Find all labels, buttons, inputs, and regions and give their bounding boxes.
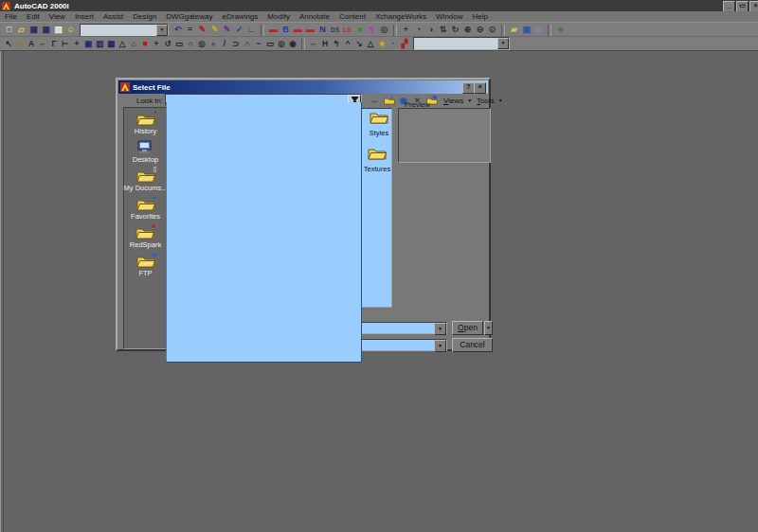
menu-content[interactable]: Content (334, 12, 370, 21)
pan-icon[interactable]: + (400, 24, 412, 36)
circle-tool-icon[interactable]: ◎ (378, 24, 390, 36)
place-ftp[interactable]: ◉FTP (135, 254, 156, 277)
red-badge-icon[interactable]: ▬ (304, 24, 316, 36)
new-icon[interactable]: □ (3, 24, 15, 36)
dim-style-combo[interactable]: ▼ (413, 37, 510, 50)
rotate-icon[interactable]: ↺ (162, 38, 173, 49)
polyline-icon[interactable]: Γ (48, 38, 60, 49)
rectangle-icon[interactable]: ▭ (173, 38, 185, 49)
spark-icon[interactable]: ★ (376, 38, 388, 49)
menu-edit[interactable]: Edit (22, 12, 45, 21)
zoom-in-icon[interactable]: ⊕ (461, 24, 474, 36)
ellipse-icon[interactable]: ◎ (276, 38, 287, 49)
menu-edrawings[interactable]: eDrawings (218, 12, 263, 21)
standard-combo[interactable]: ▼ (80, 24, 169, 37)
place-history[interactable]: ◔History (135, 112, 156, 135)
menu-xchangeworks[interactable]: XchangeWorks (370, 12, 431, 21)
view-icon[interactable]: ⌂ (128, 38, 139, 49)
place-redspark[interactable]: ★RedSpark (130, 225, 161, 249)
print-icon[interactable]: ▤ (52, 24, 64, 36)
menu-modify[interactable]: Modify (262, 12, 295, 21)
green-square-icon[interactable]: ■ (353, 24, 366, 36)
menu-design[interactable]: Design (128, 12, 161, 21)
marker-icon[interactable]: ✎ (221, 24, 233, 36)
menu-annotate[interactable]: Annotate (295, 12, 334, 21)
b-tool-icon[interactable]: B (280, 24, 292, 36)
menu-dwggateway[interactable]: DWGgateway (161, 12, 217, 21)
curve-icon[interactable]: ∩ (242, 38, 253, 49)
zoom-window-icon[interactable]: ⊙ (486, 24, 498, 36)
caret-icon[interactable]: ^ (342, 38, 353, 49)
diamond-icon[interactable]: ◇ (14, 38, 26, 49)
check-icon[interactable]: ✓ (233, 24, 245, 36)
menu-insert[interactable]: Insert (70, 12, 99, 21)
publish-icon[interactable]: ▱ (532, 24, 545, 36)
chamfer-icon[interactable]: ⌐ (308, 38, 319, 49)
menu-window[interactable]: Window (431, 12, 467, 21)
donut-icon[interactable]: ◎ (196, 38, 208, 49)
menu-help[interactable]: Help (468, 12, 493, 21)
smiley-icon[interactable]: ☺ (64, 24, 77, 36)
menu-file[interactable]: File (0, 12, 22, 21)
point-icon[interactable]: + (71, 38, 82, 49)
back-icon[interactable]: ← (368, 95, 382, 107)
circle-icon[interactable]: ○ (185, 38, 196, 49)
branch-icon[interactable]: ↰ (331, 38, 342, 49)
red-badge-icon[interactable]: ▬ (292, 24, 304, 36)
open-split-arrow-button[interactable]: ▼ (484, 321, 493, 335)
dialog-close-button[interactable]: × (474, 82, 486, 94)
block-icon[interactable]: ▣ (82, 38, 94, 49)
orbit-icon[interactable]: ◔ (412, 24, 424, 36)
line-icon[interactable]: ⌐ (37, 38, 48, 49)
folder-tool-icon[interactable]: ▰ (508, 24, 520, 36)
up-one-level-icon[interactable]: ↑ (382, 95, 396, 107)
open-icon[interactable]: ▱ (15, 24, 27, 36)
look-in-dropdown-list[interactable] (166, 102, 362, 363)
slash-icon[interactable]: / (219, 38, 230, 49)
views-button[interactable]: Views ▼ (443, 97, 472, 105)
hatch-icon[interactable]: ▥ (94, 38, 105, 49)
target-icon[interactable]: ◉ (287, 38, 298, 49)
ls-tool-icon[interactable]: LS (341, 24, 353, 36)
leader-icon[interactable]: ↘ (353, 38, 365, 49)
h-tool-icon[interactable]: H (319, 38, 331, 49)
file-type-dropdown-button[interactable]: ▼ (434, 340, 446, 352)
pilcrow-icon[interactable]: ¶ (366, 24, 378, 36)
save-icon[interactable]: ▣ (27, 24, 40, 36)
yellow-pencil-icon[interactable]: ✎ (208, 24, 221, 36)
undo-icon[interactable]: ↶ (171, 24, 184, 36)
n-tool-icon[interactable]: N (316, 24, 329, 36)
text-icon[interactable]: A (26, 38, 37, 49)
zoom-dynamic-icon[interactable]: ⇅ (437, 24, 449, 36)
dbconnect-icon[interactable]: ♣ (554, 24, 567, 36)
red-badge-icon[interactable]: ▬ (267, 24, 280, 36)
dropdown-arrow-icon[interactable]: ▼ (497, 38, 509, 49)
menu-assist[interactable]: Assist (99, 12, 128, 21)
place-favorites[interactable]: ★Favorites (131, 197, 160, 221)
zoom-out-icon[interactable]: ⊖ (474, 24, 486, 36)
move-icon[interactable]: + (151, 38, 162, 49)
place-my-docums-[interactable]: ▯My Docums... (124, 168, 168, 192)
file-item-textures[interactable]: Textures (361, 147, 393, 173)
file-name-dropdown-button[interactable]: ▼ (434, 323, 446, 335)
blue-save-icon[interactable]: ▣ (520, 24, 532, 36)
cloud-icon[interactable]: ● (208, 38, 219, 49)
ds-tool-icon[interactable]: DS (329, 24, 341, 36)
red-pencil-icon[interactable]: ✎ (196, 24, 208, 36)
zoom-realtime-icon[interactable]: ↻ (449, 24, 461, 36)
orbit-shaded-icon[interactable]: ◑ (424, 24, 437, 36)
dim-red-icon[interactable]: ▞ (399, 38, 410, 49)
red-square-icon[interactable]: ■ (139, 38, 151, 49)
tolerance-icon[interactable]: △ (365, 38, 376, 49)
dropdown-arrow-icon[interactable]: ▼ (156, 25, 168, 36)
dot-icon[interactable]: · (388, 38, 399, 49)
tools-button[interactable]: Tools ▼ (477, 97, 503, 105)
file-item-styles[interactable]: Styles (363, 111, 395, 137)
region-icon[interactable]: ▭ (264, 38, 276, 49)
grid-icon[interactable]: ▦ (105, 38, 117, 49)
cancel-button[interactable]: Cancel (452, 338, 493, 352)
wave-icon[interactable]: ~ (253, 38, 264, 49)
select-icon[interactable]: ↖ (3, 38, 14, 49)
open-button[interactable]: Open (452, 321, 483, 335)
save-as-icon[interactable]: ▣ (40, 24, 52, 36)
